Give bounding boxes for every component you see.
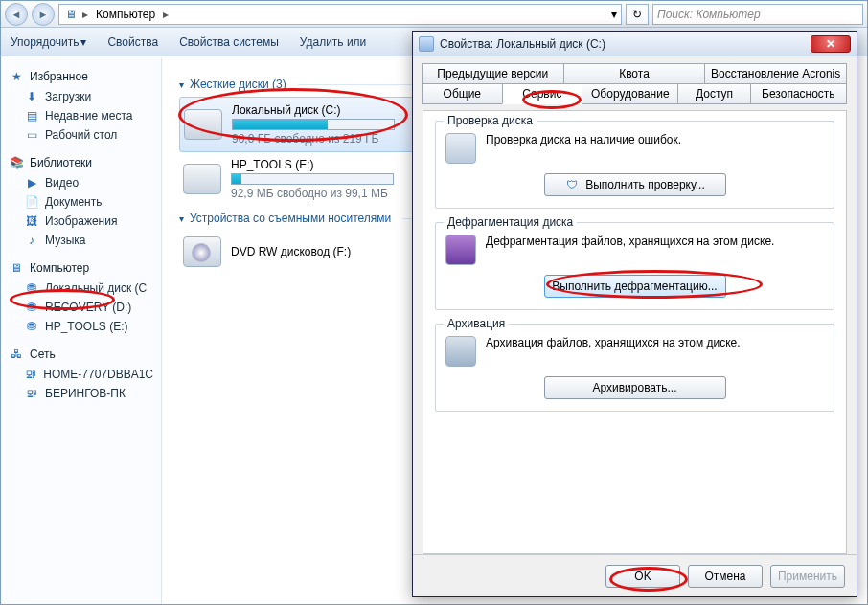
refresh-button[interactable]: ↻ [626, 4, 649, 25]
archive-text: Архивация файлов, хранящихся на этом дис… [486, 336, 824, 349]
drive-icon: ⛃ [24, 280, 39, 296]
tab-row-top: Предыдущие версии Квота Восстановление A… [413, 56, 857, 84]
tab-hardware[interactable]: Оборудование [582, 83, 678, 104]
archive-icon [445, 336, 476, 367]
drive-e-usage-bar [231, 173, 394, 185]
network-icon: 🖧 [9, 347, 24, 362]
defrag-text: Дефрагментация файлов, хранящихся на это… [486, 235, 824, 248]
nav-network-head[interactable]: 🖧Сеть [1, 344, 161, 365]
tab-previous-versions[interactable]: Предыдущие версии [422, 63, 564, 84]
group-check-disk: Проверка диска Проверка диска на наличие… [435, 121, 834, 209]
check-legend: Проверка диска [444, 114, 537, 127]
apply-button[interactable]: Применить [770, 565, 845, 588]
pc-icon: 🖳 [24, 367, 37, 382]
nav-downloads[interactable]: ⬇Загрузки [1, 87, 161, 106]
menu-properties[interactable]: Свойства [107, 35, 158, 49]
nav-computer-head[interactable]: 🖥Компьютер [1, 258, 161, 279]
collapse-icon: ▾ [179, 213, 184, 224]
tab-quota[interactable]: Квота [563, 63, 706, 84]
dialog-title: Свойства: Локальный диск (C:) [440, 37, 605, 51]
downloads-icon: ⬇ [24, 89, 39, 104]
drive-icon: ⛃ [24, 300, 39, 315]
nav-net-pc2[interactable]: 🖳БЕРИНГОВ-ПК [1, 384, 161, 403]
picture-icon: 🖼 [24, 213, 39, 229]
nav-recent[interactable]: ▤Недавние места [1, 106, 161, 125]
tab-tools[interactable]: Сервис [502, 83, 583, 104]
library-icon: 📚 [9, 155, 24, 170]
drive-c-name: Локальный диск (C:) [232, 103, 395, 117]
navigation-pane: ★Избранное ⬇Загрузки ▤Недавние места ▭Ра… [1, 58, 162, 604]
nav-documents[interactable]: 📄Документы [1, 192, 161, 212]
breadcrumb-computer[interactable]: Компьютер [92, 8, 159, 21]
pc-icon: 🖳 [24, 386, 39, 401]
drive-icon [183, 164, 221, 194]
nav-favorites-head[interactable]: ★Избранное [1, 66, 161, 87]
menu-uninstall[interactable]: Удалить или [300, 35, 367, 49]
tab-security[interactable]: Безопасность [750, 83, 847, 104]
cancel-button[interactable]: Отмена [688, 565, 763, 588]
breadcrumb-arrow-icon: ▸ [82, 8, 88, 21]
drive-c-usage-bar [232, 119, 395, 130]
nav-forward-button[interactable]: ► [32, 3, 55, 26]
star-icon: ★ [9, 69, 24, 84]
computer-icon: 🖥 [9, 260, 24, 276]
computer-icon: 🖥 [63, 7, 79, 22]
search-input[interactable]: Поиск: Компьютер [652, 4, 863, 25]
group-defrag: Дефрагментация диска Дефрагментация файл… [435, 222, 834, 310]
close-icon: ✕ [826, 37, 835, 51]
dialog-titlebar[interactable]: Свойства: Локальный диск (C:) ✕ [413, 32, 857, 56]
music-icon: ♪ [24, 233, 39, 248]
chevron-down-icon: ▾ [80, 35, 86, 49]
address-box[interactable]: 🖥 ▸ Компьютер ▸ ▾ [58, 4, 622, 25]
group-archive: Архивация Архивация файлов, хранящихся н… [435, 324, 834, 412]
drive-e-subtext: 92,9 МБ свободно из 99,1 МБ [231, 187, 394, 200]
nav-libraries-head[interactable]: 📚Библиотеки [1, 152, 161, 173]
desktop-icon: ▭ [24, 127, 39, 143]
run-archive-button[interactable]: Архивировать... [544, 376, 726, 399]
tab-sharing[interactable]: Доступ [677, 83, 750, 104]
tab-acronis[interactable]: Восстановление Acronis [704, 63, 847, 84]
nav-drive-d[interactable]: ⛃RECOVERY (D:) [1, 298, 161, 317]
nav-desktop[interactable]: ▭Рабочий стол [1, 125, 161, 145]
address-bar: ◄ ► 🖥 ▸ Компьютер ▸ ▾ ↻ Поиск: Компьютер [1, 1, 867, 28]
nav-back-button[interactable]: ◄ [5, 3, 28, 26]
drive-icon [184, 109, 222, 140]
defrag-legend: Дефрагментация диска [444, 215, 577, 229]
properties-dialog: Свойства: Локальный диск (C:) ✕ Предыдущ… [412, 31, 857, 597]
check-text: Проверка диска на наличие ошибок. [486, 133, 824, 146]
close-button[interactable]: ✕ [811, 35, 851, 53]
check-disk-icon [445, 133, 476, 164]
dialog-body: Проверка диска Проверка диска на наличие… [423, 110, 847, 554]
drive-c-subtext: 90,0 ГБ свободно из 219 ГБ [232, 132, 395, 146]
dvd-icon [183, 236, 221, 267]
video-icon: ▶ [24, 175, 39, 190]
nav-drive-e[interactable]: ⛃HP_TOOLS (E:) [1, 317, 161, 336]
nav-pictures[interactable]: 🖼Изображения [1, 212, 161, 231]
breadcrumb-arrow-icon: ▸ [163, 8, 169, 21]
recent-icon: ▤ [24, 108, 39, 123]
document-icon: 📄 [24, 194, 39, 210]
run-defrag-button[interactable]: Выполнить дефрагментацию... [544, 275, 726, 298]
menu-organize[interactable]: Упорядочить ▾ [11, 35, 86, 49]
search-placeholder: Поиск: Компьютер [657, 8, 761, 21]
addr-dropdown-icon[interactable]: ▾ [611, 8, 617, 21]
run-check-button[interactable]: 🛡 Выполнить проверку... [544, 173, 726, 196]
ok-button[interactable]: OK [605, 565, 680, 588]
tab-general[interactable]: Общие [422, 83, 503, 104]
collapse-icon: ▾ [179, 79, 184, 90]
drive-icon: ⛃ [24, 319, 39, 334]
defrag-icon [445, 235, 476, 265]
nav-video[interactable]: ▶Видео [1, 173, 161, 192]
tab-row-bottom: Общие Сервис Оборудование Доступ Безопас… [413, 84, 857, 104]
nav-music[interactable]: ♪Музыка [1, 231, 161, 250]
dialog-footer: OK Отмена Применить [413, 554, 857, 596]
archive-legend: Архивация [444, 317, 509, 330]
nav-net-pc1[interactable]: 🖳HOME-7707DBBA1C [1, 365, 161, 384]
menu-system-properties[interactable]: Свойства системы [179, 35, 279, 49]
shield-icon: 🛡 [564, 177, 580, 192]
nav-drive-c[interactable]: ⛃Локальный диск (C [1, 279, 161, 298]
drive-dvd-name: DVD RW дисковод (F:) [231, 245, 351, 258]
drive-e-name: HP_TOOLS (E:) [231, 158, 394, 171]
drive-icon [419, 36, 434, 52]
